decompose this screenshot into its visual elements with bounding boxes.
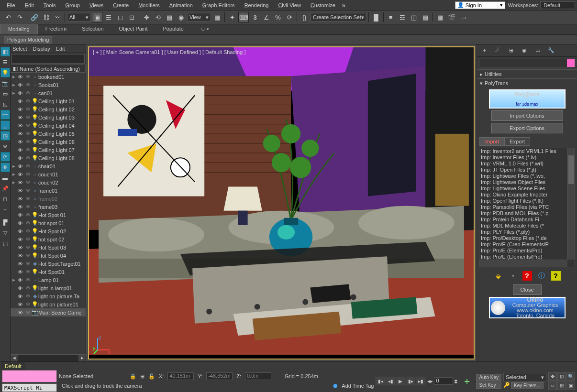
pivot-center-button[interactable]: ▦	[212, 12, 222, 22]
import-format-item[interactable]: Imp: Pro/Desktop Files (*.de	[479, 235, 575, 241]
bone-icon[interactable]: ⎯	[0, 120, 10, 130]
close-button[interactable]: Close	[513, 284, 542, 295]
unlink-button[interactable]: ⛓	[41, 12, 51, 22]
help-icon[interactable]: ?	[522, 271, 532, 281]
x-coord-input[interactable]: 40.151m	[167, 372, 194, 380]
scene-search-input[interactable]	[11, 54, 85, 64]
selection-filter-dropdown[interactable]: All▾	[67, 13, 91, 22]
play-button[interactable]: ▶	[396, 377, 405, 385]
rect-region-button[interactable]: ◻	[115, 12, 125, 22]
import-format-item[interactable]: Imp: Pro/E (Creo Elements/P	[479, 241, 575, 248]
scene-item[interactable]: 👁❄💡Ceiling Light 03	[11, 113, 86, 121]
import-format-item[interactable]: Imp: Protein Databank Fi	[479, 217, 575, 223]
ribbon-tab-freeform[interactable]: Freeform	[38, 24, 75, 34]
workspaces-dropdown[interactable]: Default	[540, 1, 575, 9]
scene-item[interactable]: ▸👁❄▫chair01	[11, 162, 86, 170]
menu-rendering[interactable]: Rendering	[240, 1, 274, 9]
tab-import[interactable]: Import	[479, 137, 504, 146]
prev-frame-button[interactable]: ◂▮	[386, 377, 395, 385]
import-format-item[interactable]: Imp: VRML 1.0 Files (*.wrl)	[479, 161, 575, 167]
utilities-panel-icon[interactable]: 🔧	[546, 45, 556, 56]
scene-item[interactable]: 👁❄▫frame03	[11, 203, 86, 211]
z-coord-input[interactable]: 0.0m	[245, 372, 271, 380]
shape-icon[interactable]: ◺	[0, 99, 10, 109]
hierarchy-panel-icon[interactable]: ⊞	[506, 45, 516, 56]
link-button[interactable]: 🔗	[29, 12, 40, 22]
edit-named-sel-button[interactable]: {}	[299, 12, 310, 22]
key-filters-icon[interactable]: 🔑	[503, 382, 510, 389]
scene-item[interactable]: 👁❄💡Ceiling Light 07	[11, 146, 86, 154]
key-selected-dropdown[interactable]: Selected▾	[503, 373, 546, 381]
manipulate-button[interactable]: ✦	[227, 12, 237, 22]
scene-item[interactable]: 👁❄💡Ceiling Light 08	[11, 154, 86, 162]
time-tag-icon[interactable]: ⬢	[333, 383, 338, 389]
autokey-button[interactable]: Auto Key	[476, 374, 501, 381]
import-format-item[interactable]: Imp: Inventor2 and VRML1 Files	[479, 148, 575, 154]
ribbon-toggle-icon[interactable]: ⬭ ▾	[193, 24, 217, 34]
pin-icon[interactable]: 📌	[0, 184, 10, 193]
select-object-button[interactable]: ▣	[92, 12, 102, 22]
export-options-button[interactable]: Export Options	[491, 123, 563, 133]
select-place-button[interactable]: ◉	[176, 12, 186, 22]
scene-item[interactable]: 👁❄◆light on picture.Ta	[11, 292, 86, 300]
filter-icon[interactable]: ▽	[0, 228, 10, 238]
scene-item[interactable]: 👁❄💡hot spot 01	[11, 219, 86, 227]
menu-customize[interactable]: Customize	[306, 1, 340, 9]
funnel-icon[interactable]: ▛	[0, 218, 10, 227]
scene-item[interactable]: 👁❄💡light in lamp01	[11, 284, 86, 292]
fov-button[interactable]: ▱	[548, 381, 557, 390]
refresh-icon[interactable]: ⟳	[0, 152, 10, 162]
scene-item[interactable]: 👁❄💡Hot Spot01	[11, 268, 86, 276]
scene-item[interactable]: 👁❄💡Ceiling Light 04	[11, 121, 86, 130]
ribbon-tab-populate[interactable]: Populate	[155, 24, 191, 34]
scene-item[interactable]: ▸👁❄▫Lamp 01	[11, 276, 86, 284]
zoom-extents-button[interactable]: ⊡	[557, 372, 566, 381]
scene-item[interactable]: ▸👁❄▫Books01	[11, 81, 86, 89]
import-options-button[interactable]: Import Options	[491, 110, 563, 121]
eye-icon[interactable]: 👁	[0, 163, 10, 172]
lock-selection-icon[interactable]: 🔒	[130, 373, 136, 380]
scene-hscrollbar[interactable]: ◂▸	[11, 354, 86, 361]
scene-item[interactable]: 👁❄💡Hot Spot 04	[11, 251, 86, 260]
frame-input[interactable]: 0	[434, 377, 453, 385]
add-icon[interactable]: ＋	[0, 205, 10, 214]
scene-item[interactable]: 👁❄💡Ceiling Light 05	[11, 130, 86, 138]
import-format-item[interactable]: Imp: PLY Files (*.ply)	[479, 229, 575, 235]
helper-icon[interactable]: ▭	[0, 89, 10, 98]
scene-item[interactable]: 👁❄▫frame01	[11, 186, 86, 195]
next-frame-button[interactable]: ▮▸	[406, 377, 415, 385]
timeline-label[interactable]: Default	[1, 362, 25, 370]
viewport-label[interactable]: [ + ] [ Main Scene Camera01 ] [ User Def…	[93, 49, 245, 55]
spacewarp-icon[interactable]: 〰	[0, 110, 10, 120]
okino-banner[interactable]: OkinoComputer Graphicswww.okino.comToron…	[489, 297, 566, 318]
menu-overflow-icon[interactable]: »	[340, 1, 347, 9]
key-mode-icon[interactable]: ◂▸	[427, 378, 433, 384]
ribbon-tab-selection[interactable]: Selection	[74, 24, 111, 34]
import-format-item[interactable]: Imp: PDB and MOL Files (*.p	[479, 210, 575, 217]
scene-item[interactable]: 👁❄💡light on picture01	[11, 300, 86, 308]
import-format-item[interactable]: Imp: Parasolid Files (via PTC	[479, 204, 575, 210]
scene-column-header[interactable]: ◧Name (Sorted Ascending)	[11, 65, 86, 73]
import-format-item[interactable]: Imp: JT Open Files (*.jt)	[479, 167, 575, 173]
track-color-swatch[interactable]	[2, 370, 57, 382]
import-format-item[interactable]: Imp: Inventor Files (*.iv)	[479, 154, 575, 161]
options-icon[interactable]: ▫	[508, 271, 518, 281]
scene-item[interactable]: 👁❄💡Ceiling Light 06	[11, 138, 86, 146]
scene-item[interactable]: 👁❄📷Main Scene Came	[11, 308, 86, 316]
scene-item[interactable]: 👁❄💡Ceiling Light 01	[11, 97, 86, 105]
keyboard-shortcut-button[interactable]: ⌨	[238, 12, 249, 22]
command-search[interactable]	[479, 59, 575, 67]
menu-civil-view[interactable]: Civil View	[273, 1, 305, 9]
window-crossing-button[interactable]: ⊡	[126, 12, 137, 22]
section-utilities[interactable]: ▸Utilities	[477, 70, 577, 78]
scene-item[interactable]: ▸👁❄▫couch02	[11, 178, 86, 186]
zoom-button[interactable]: 🔍	[566, 372, 575, 381]
y-coord-input[interactable]: -48.352m	[206, 372, 233, 380]
color-swatch[interactable]	[567, 59, 575, 67]
goto-start-button[interactable]: ▮◂	[376, 377, 385, 385]
maxscript-input[interactable]: MAXScript Mi	[2, 383, 57, 392]
add-time-tag-button[interactable]: Add Time Tag	[342, 383, 374, 389]
layer-explorer-icon[interactable]: ☰	[0, 57, 10, 67]
freeze-icon[interactable]: ❄	[0, 142, 10, 151]
scene-item[interactable]: 👁❄💡Hot Spot 03	[11, 243, 86, 251]
